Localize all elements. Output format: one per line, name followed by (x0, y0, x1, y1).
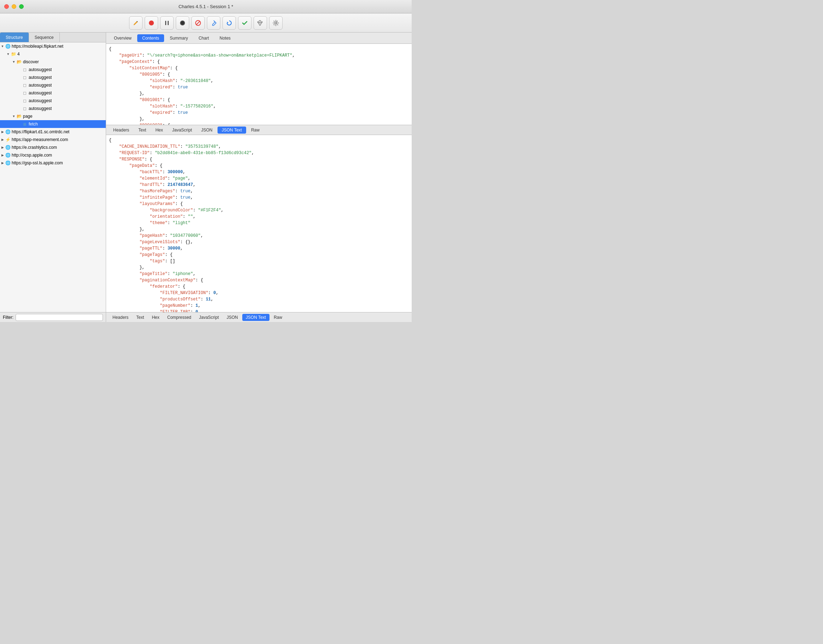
tab-raw-req[interactable]: Raw (247, 127, 264, 133)
list-item[interactable]: ◻ autosuggest (0, 81, 106, 89)
tab-json-req[interactable]: JSON (197, 127, 217, 133)
tree-item-omtrdc[interactable]: ▶ 🌐 https://flipkart.d1.sc.omtrdc.net (0, 128, 106, 136)
json-line: "pageNumber": 1, (109, 302, 409, 309)
tree-label: http://ocsp.apple.com (12, 153, 52, 158)
tree-item-discover[interactable]: ▼ 📂 discover (0, 58, 106, 66)
list-item[interactable]: ◻ autosuggest (0, 104, 106, 112)
tab-javascript-req[interactable]: JavaScript (168, 127, 196, 133)
tab-compressed-resp[interactable]: Compressed (164, 314, 195, 321)
tab-sequence[interactable]: Sequence (29, 32, 60, 42)
tab-javascript-resp[interactable]: JavaScript (196, 314, 223, 321)
tab-headers-resp[interactable]: Headers (109, 314, 132, 321)
json-line: { (109, 137, 409, 144)
json-line: }, (109, 264, 409, 271)
svg-rect-1 (165, 21, 166, 25)
json-line: }, (109, 116, 409, 122)
close-button[interactable] (4, 4, 9, 9)
tree-item-fetch[interactable]: ◼ fetch (0, 120, 106, 128)
json-line: "slotHash": "-1577582016", (109, 103, 409, 110)
tab-summary[interactable]: Summary (165, 34, 193, 42)
top-nav-tabs: Overview Contents Summary Chart Notes (106, 32, 412, 44)
tree-label: autosuggest (29, 83, 52, 87)
globe-icon: 🌐 (5, 152, 11, 158)
record-button[interactable] (145, 16, 158, 30)
json-line: "orientation": "", (109, 213, 409, 220)
list-item[interactable]: ◻ autosuggest (0, 97, 106, 104)
tools-button[interactable] (253, 16, 267, 30)
left-panel: Structure Sequence ▼ 🌐 https://mobileapi… (0, 32, 106, 322)
list-item[interactable]: ◻ autosuggest (0, 89, 106, 97)
svg-point-0 (149, 20, 154, 25)
json-line: "hasMorePages": true, (109, 188, 409, 195)
refresh-button[interactable] (223, 16, 236, 30)
tree-item-crashlytics[interactable]: ▶ 🌐 https://e.crashlytics.com (0, 144, 106, 151)
tab-text-req[interactable]: Text (134, 127, 150, 133)
tree-label: https://e.crashlytics.com (12, 145, 57, 150)
tree-arrow (17, 67, 22, 72)
tree-item-4[interactable]: ▼ 📁 4 (0, 50, 106, 58)
tab-contents[interactable]: Contents (137, 34, 164, 42)
json-line: "FILTER_TAB": 0, (109, 309, 409, 312)
list-item[interactable]: ◻ autosuggest (0, 66, 106, 74)
tree-arrow: ▶ (0, 129, 5, 134)
tab-hex-resp[interactable]: Hex (148, 314, 163, 321)
tab-text-resp[interactable]: Text (133, 314, 147, 321)
edit-request-button[interactable] (207, 16, 220, 30)
json-line: "productsOffset": 11, (109, 296, 409, 302)
maximize-button[interactable] (19, 4, 24, 9)
tab-json-resp[interactable]: JSON (223, 314, 241, 321)
tree-label: autosuggest (29, 106, 52, 111)
tree-label: https://gsp-ssl.ls.apple.com (12, 161, 63, 166)
json-line: "8001001": { (109, 97, 409, 103)
tab-raw-resp[interactable]: Raw (270, 314, 286, 321)
json-line: "pageLevelSlots": {}, (109, 239, 409, 245)
block-button[interactable] (191, 16, 205, 30)
tree-item-page[interactable]: ▼ 📂 page (0, 112, 106, 120)
json-line: "elementId": "page", (109, 175, 409, 182)
clear-button[interactable] (176, 16, 189, 30)
tree-label: 4 (17, 52, 20, 57)
tree-area[interactable]: ▼ 🌐 https://mobileapi.flipkart.net ▼ 📁 4… (0, 42, 106, 312)
tab-headers-req[interactable]: Headers (109, 127, 134, 133)
tree-item-ocsp[interactable]: ▶ 🌐 http://ocsp.apple.com (0, 151, 106, 159)
svg-marker-6 (227, 21, 229, 23)
upper-json-display: { "pageUri": "\/search?q=iphone&as=on&as… (109, 46, 409, 125)
tab-chart[interactable]: Chart (193, 34, 213, 42)
minimize-button[interactable] (12, 4, 16, 9)
json-line: "slotContextMap": { (109, 65, 409, 71)
globe-icon: 🌐 (5, 160, 11, 166)
tree-item-flipkart-root[interactable]: ▼ 🌐 https://mobileapi.flipkart.net (0, 42, 106, 50)
tab-notes[interactable]: Notes (215, 34, 236, 42)
filter-bar: Filter: (0, 312, 106, 322)
bottom-json-display: { "CACHE_INVALIDATION_TTL": "35753139748… (109, 137, 409, 312)
tab-json-text-req[interactable]: JSON Text (218, 127, 246, 133)
filter-input[interactable] (15, 314, 103, 321)
doc-icon: ◻ (22, 106, 28, 111)
tree-item-appmeasurement[interactable]: ▶ ⚡ https://app-measurement.com (0, 136, 106, 144)
json-line: "theme": "light" (109, 220, 409, 226)
validate-button[interactable] (238, 16, 252, 30)
tab-json-text-resp[interactable]: JSON Text (242, 314, 270, 321)
doc-icon: ◻ (22, 67, 28, 72)
lightning-icon: ⚡ (5, 137, 11, 143)
upper-json-content: { "pageUri": "\/search?q=iphone&as=on&as… (106, 44, 412, 125)
settings-button[interactable] (269, 16, 283, 30)
json-line: "pageContext": { (109, 59, 409, 65)
tree-item-gsp[interactable]: ▶ 🌐 https://gsp-ssl.ls.apple.com (0, 159, 106, 167)
tab-structure[interactable]: Structure (0, 32, 29, 42)
throttle-button[interactable] (160, 16, 174, 30)
json-line: "federator": { (109, 284, 409, 290)
structure-sequence-tabs: Structure Sequence (0, 32, 106, 42)
tab-hex-req[interactable]: Hex (151, 127, 167, 133)
tree-label: discover (23, 59, 39, 64)
filter-label: Filter: (3, 315, 14, 320)
json-line: "8001005": { (109, 71, 409, 78)
tree-label: fetch (29, 121, 38, 127)
doc-blue-icon: ◼ (22, 121, 28, 127)
tab-overview[interactable]: Overview (109, 34, 137, 42)
tree-label: autosuggest (29, 67, 52, 72)
json-line: }, (109, 90, 409, 97)
tree-arrow: ▼ (6, 52, 11, 57)
list-item[interactable]: ◻ autosuggest (0, 74, 106, 81)
pen-button[interactable] (129, 16, 143, 30)
